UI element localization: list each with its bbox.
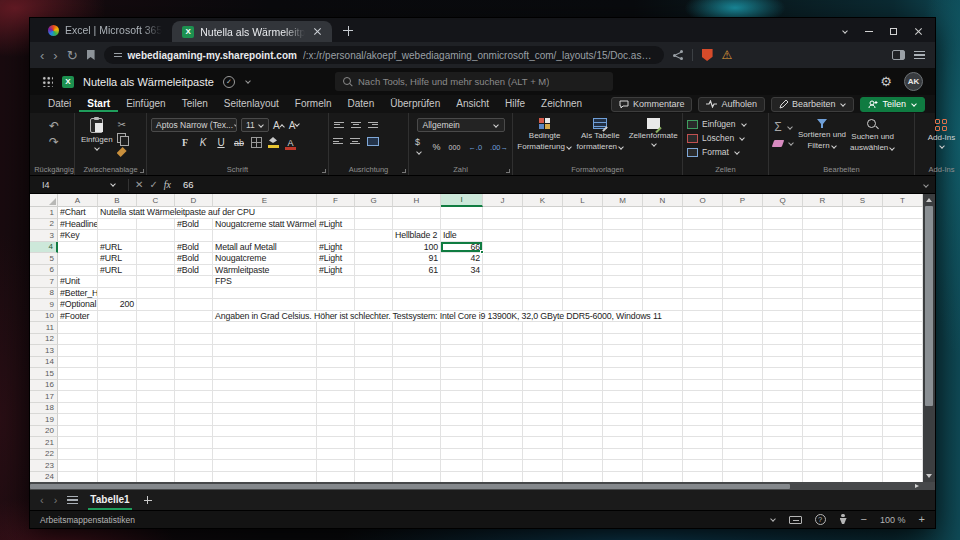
cell-h20[interactable] bbox=[393, 426, 441, 438]
scroll-up-icon[interactable] bbox=[926, 198, 932, 202]
cell-o23[interactable] bbox=[683, 460, 723, 472]
cell-c4[interactable] bbox=[137, 242, 175, 254]
cell-h4[interactable]: 100 bbox=[393, 242, 441, 254]
font-color-icon[interactable]: A bbox=[285, 139, 296, 147]
cell-d18[interactable] bbox=[175, 403, 213, 415]
cell-f23[interactable] bbox=[317, 460, 355, 472]
cell-d8[interactable] bbox=[175, 288, 213, 300]
cell-c13[interactable] bbox=[137, 345, 175, 357]
cell-e5[interactable]: Nougatcreme bbox=[213, 253, 317, 265]
cell-b14[interactable] bbox=[98, 357, 137, 369]
cell-i9[interactable] bbox=[441, 299, 483, 311]
cell-d9[interactable] bbox=[175, 299, 213, 311]
cell-j1[interactable] bbox=[483, 207, 523, 219]
cell-h2[interactable] bbox=[393, 219, 441, 231]
cell-r16[interactable] bbox=[803, 380, 843, 392]
cell-k17[interactable] bbox=[523, 391, 563, 403]
cell-g12[interactable] bbox=[355, 334, 393, 346]
cell-t9[interactable] bbox=[883, 299, 923, 311]
cell-r18[interactable] bbox=[803, 403, 843, 415]
cell-p15[interactable] bbox=[723, 368, 763, 380]
cell-p22[interactable] bbox=[723, 449, 763, 461]
cell-r2[interactable] bbox=[803, 219, 843, 231]
cell-i17[interactable] bbox=[441, 391, 483, 403]
cell-l21[interactable] bbox=[563, 437, 603, 449]
cell-f18[interactable] bbox=[317, 403, 355, 415]
cell-i21[interactable] bbox=[441, 437, 483, 449]
cell-c17[interactable] bbox=[137, 391, 175, 403]
cell-o5[interactable] bbox=[683, 253, 723, 265]
cell-k4[interactable] bbox=[523, 242, 563, 254]
cell-t18[interactable] bbox=[883, 403, 923, 415]
cell-s12[interactable] bbox=[843, 334, 883, 346]
cell-q23[interactable] bbox=[763, 460, 803, 472]
cell-a2[interactable]: #Headline bbox=[58, 219, 98, 231]
cell-r3[interactable] bbox=[803, 230, 843, 242]
cell-c24[interactable] bbox=[137, 472, 175, 483]
cell-d7[interactable] bbox=[175, 276, 213, 288]
cell-i8[interactable] bbox=[441, 288, 483, 300]
cell-c8[interactable] bbox=[137, 288, 175, 300]
cell-f7[interactable] bbox=[317, 276, 355, 288]
cell-c23[interactable] bbox=[137, 460, 175, 472]
cell-r10[interactable] bbox=[803, 311, 843, 323]
wrap-text-icon[interactable] bbox=[368, 119, 378, 130]
cell-e3[interactable] bbox=[213, 230, 317, 242]
cell-d5[interactable]: #Bold bbox=[175, 253, 213, 265]
cell-j15[interactable] bbox=[483, 368, 523, 380]
cell-i4[interactable]: 66 bbox=[441, 242, 483, 254]
fill-color-icon[interactable] bbox=[268, 137, 279, 148]
cell-q15[interactable] bbox=[763, 368, 803, 380]
col-header-k[interactable]: K bbox=[523, 194, 563, 207]
cell-j18[interactable] bbox=[483, 403, 523, 415]
cell-b11[interactable] bbox=[98, 322, 137, 334]
cell-s20[interactable] bbox=[843, 426, 883, 438]
cell-g2[interactable] bbox=[355, 219, 393, 231]
cell-c2[interactable] bbox=[137, 219, 175, 231]
cell-p24[interactable] bbox=[723, 472, 763, 483]
cell-j16[interactable] bbox=[483, 380, 523, 392]
cell-f12[interactable] bbox=[317, 334, 355, 346]
cell-a13[interactable] bbox=[58, 345, 98, 357]
cell-i23[interactable] bbox=[441, 460, 483, 472]
share-page-icon[interactable] bbox=[673, 50, 683, 60]
row-header-5[interactable]: 5 bbox=[30, 253, 58, 265]
cell-d20[interactable] bbox=[175, 426, 213, 438]
italic-button[interactable]: K bbox=[197, 137, 209, 148]
cell-q14[interactable] bbox=[763, 357, 803, 369]
cell-g9[interactable] bbox=[355, 299, 393, 311]
col-header-e[interactable]: E bbox=[213, 194, 317, 207]
find-select-button[interactable]: Suchen und auswählen bbox=[850, 119, 895, 152]
cell-f24[interactable] bbox=[317, 472, 355, 483]
cell-l7[interactable] bbox=[563, 276, 603, 288]
cell-r1[interactable] bbox=[803, 207, 843, 219]
cell-i6[interactable]: 34 bbox=[441, 265, 483, 277]
cell-r9[interactable] bbox=[803, 299, 843, 311]
cell-a7[interactable]: #Unit bbox=[58, 276, 98, 288]
cell-g4[interactable] bbox=[355, 242, 393, 254]
cell-e16[interactable] bbox=[213, 380, 317, 392]
scroll-down-icon[interactable] bbox=[926, 474, 932, 478]
clear-button[interactable] bbox=[773, 140, 794, 147]
cell-a12[interactable] bbox=[58, 334, 98, 346]
comma-format-button[interactable]: 000 bbox=[449, 144, 461, 151]
cell-e4[interactable]: Metall auf Metall bbox=[213, 242, 317, 254]
cell-m11[interactable] bbox=[603, 322, 643, 334]
cell-b7[interactable] bbox=[98, 276, 137, 288]
cell-e19[interactable] bbox=[213, 414, 317, 426]
row-header-21[interactable]: 21 bbox=[30, 437, 58, 449]
cell-f13[interactable] bbox=[317, 345, 355, 357]
redo-icon[interactable]: ↷ bbox=[49, 136, 59, 148]
add-sheet-button[interactable] bbox=[142, 494, 154, 506]
cell-f6[interactable]: #Light bbox=[317, 265, 355, 277]
row-header-16[interactable]: 16 bbox=[30, 380, 58, 392]
cell-o17[interactable] bbox=[683, 391, 723, 403]
fill-handle[interactable] bbox=[480, 250, 484, 254]
cell-t10[interactable] bbox=[883, 311, 923, 323]
cell-m5[interactable] bbox=[603, 253, 643, 265]
workbook-statistics-button[interactable]: Arbeitsmappenstatistiken bbox=[40, 515, 135, 525]
cell-o13[interactable] bbox=[683, 345, 723, 357]
cell-l19[interactable] bbox=[563, 414, 603, 426]
cell-j7[interactable] bbox=[483, 276, 523, 288]
cell-k23[interactable] bbox=[523, 460, 563, 472]
